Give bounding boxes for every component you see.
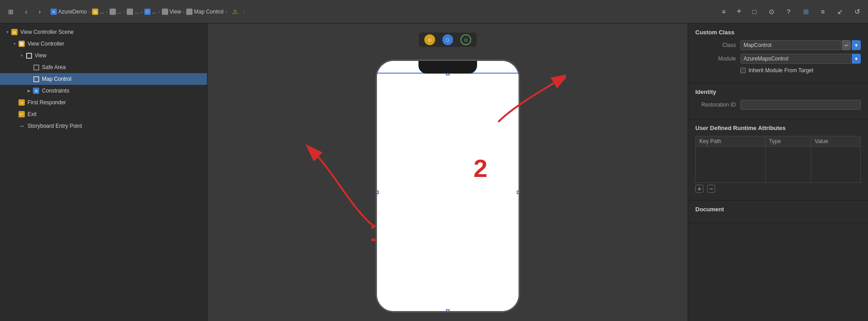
- breadcrumb-folder[interactable]: ▤ ...: [92, 9, 104, 15]
- col-value: Value: [811, 136, 860, 147]
- class-arrow-btn[interactable]: ↩: [842, 40, 851, 50]
- col-key-path: Key Path: [696, 136, 766, 147]
- tree-item-vc[interactable]: ▾ ⬜ View Controller: [0, 38, 207, 50]
- breadcrumb-view[interactable]: View: [162, 9, 181, 15]
- disclosure-view[interactable]: ▾: [18, 52, 25, 59]
- menu-button[interactable]: ≡: [717, 5, 730, 18]
- inspector-button[interactable]: ⊞: [799, 5, 812, 18]
- view-box-icon: [25, 52, 32, 59]
- class-input[interactable]: [740, 40, 841, 50]
- attr-footer: + −: [695, 183, 861, 195]
- custom-class-section: Custom Class Class ↩ ▼ Module ▼: [688, 23, 868, 83]
- module-row: Module ▼: [695, 54, 861, 64]
- inherit-checkbox[interactable]: [740, 68, 746, 73]
- tree-item-first-responder[interactable]: ▾ ⊙ First Responder: [0, 97, 207, 108]
- azuredemo-icon: A: [51, 9, 57, 15]
- nav-forward-button[interactable]: ›: [33, 5, 46, 18]
- map-control-label: Map Control: [42, 76, 71, 82]
- doc2-icon: [127, 9, 133, 15]
- main-content: ▾ ▤ View Controller Scene ▾ ⬜ View Contr…: [0, 23, 868, 321]
- canvas-tool-1[interactable]: ⊙: [424, 34, 435, 45]
- view-icon: [162, 9, 168, 15]
- nav-buttons: ‹ ›: [20, 5, 46, 18]
- tree-item-entry-point[interactable]: ▾ → Storyboard Entry Point: [0, 120, 207, 132]
- vc-scene-label: View Controller Scene: [20, 29, 74, 35]
- warning-button[interactable]: ⚠: [229, 5, 241, 18]
- class-row: Class ↩ ▼: [695, 40, 861, 50]
- breadcrumb-azuredemo[interactable]: A AzureDemo: [51, 9, 87, 15]
- class-dropdown-btn[interactable]: ▼: [852, 40, 861, 50]
- vc-icon: ⬜: [18, 40, 25, 47]
- entry-point-label: Storyboard Entry Point: [28, 123, 82, 129]
- disclosure-vc-scene[interactable]: ▾: [4, 28, 11, 36]
- add-attr-button[interactable]: +: [695, 185, 703, 193]
- breadcrumb-doc2[interactable]: ...: [127, 9, 139, 15]
- phone-screen: [377, 61, 519, 311]
- exit-icon: ↩: [18, 111, 25, 118]
- module-input[interactable]: [740, 54, 851, 64]
- document-outline: ▾ ▤ View Controller Scene ▾ ⬜ View Contr…: [0, 23, 207, 321]
- layout-button[interactable]: ↙: [834, 5, 846, 18]
- attr-table-empty-row: [696, 147, 861, 183]
- tree-item-constraints[interactable]: ▶ ⊞ Constraints: [0, 85, 207, 97]
- first-responder-label: First Responder: [28, 99, 66, 106]
- folder-icon: ▤: [92, 9, 98, 15]
- restoration-id-label: Restoration ID: [695, 102, 736, 108]
- phone-mockup: [376, 60, 520, 312]
- disclosure-vc[interactable]: ▾: [11, 40, 18, 47]
- user-defined-section: User Defined Runtime Attributes Key Path…: [688, 119, 868, 200]
- module-dropdown-btn[interactable]: ▼: [852, 54, 861, 64]
- view-label: View: [35, 52, 46, 59]
- restoration-id-input[interactable]: [740, 100, 861, 110]
- breadcrumb-map-control[interactable]: Map Control: [186, 9, 223, 15]
- canvas-tool-3[interactable]: ⊞: [460, 34, 471, 45]
- nav-back-button[interactable]: ‹: [20, 5, 32, 18]
- tree-item-exit[interactable]: ▾ ↩ Exit: [0, 108, 207, 120]
- help-button[interactable]: ?: [782, 5, 795, 18]
- document-section: Document: [688, 200, 868, 223]
- new-file-button[interactable]: □: [748, 5, 761, 18]
- right-panel: 2 Custom Class Class ↩ ▼ Module ▼: [688, 23, 868, 321]
- constraints-label: Constraints: [42, 88, 69, 94]
- refresh-button[interactable]: ↺: [851, 5, 863, 18]
- breadcrumb-storyboard[interactable]: ⬡ ...: [144, 9, 156, 15]
- custom-class-title: Custom Class: [695, 29, 861, 36]
- safe-area-label: Safe Area: [42, 64, 66, 70]
- tree-item-map-control[interactable]: ▾ Map Control: [0, 73, 207, 85]
- breadcrumb-label-azuredemo: AzureDemo: [58, 9, 87, 15]
- tree-item-safe-area[interactable]: ▾ Safe Area: [0, 61, 207, 73]
- module-input-group: ▼: [740, 54, 861, 64]
- identity-section: Identity Restoration ID: [688, 83, 868, 119]
- entry-point-icon: →: [18, 122, 25, 130]
- safe-area-icon: [32, 64, 40, 71]
- tree-item-view[interactable]: ▾ View: [0, 50, 207, 61]
- class-label: Class: [695, 42, 736, 48]
- inherit-checkbox-row: Inherit Module From Target: [695, 67, 861, 74]
- restoration-id-row: Restoration ID: [695, 100, 861, 110]
- filter-button[interactable]: ≡: [817, 5, 829, 18]
- folder-icon: ▤: [11, 28, 18, 36]
- constraints-icon: ⊞: [32, 87, 40, 94]
- storyboard-icon: ⬡: [144, 9, 151, 15]
- canvas-tool-2[interactable]: ⬡: [442, 34, 453, 45]
- add-button[interactable]: +: [733, 5, 745, 18]
- tree-item-vc-scene[interactable]: ▾ ▤ View Controller Scene: [0, 26, 207, 38]
- class-input-group: ↩ ▼: [740, 40, 861, 50]
- mapcontrol-bc-icon: [186, 9, 193, 15]
- phone-notch: [418, 61, 477, 74]
- exit-label: Exit: [28, 111, 37, 117]
- attr-table: Key Path Type Value: [695, 136, 861, 183]
- doc1-icon: [110, 9, 116, 15]
- history-button[interactable]: ⊙: [765, 5, 778, 18]
- canvas-area: 1 ⊙ ⬡ ⊞: [207, 23, 688, 321]
- vc-label: View Controller: [28, 41, 64, 47]
- arrow-1: [298, 127, 388, 233]
- breadcrumb: A AzureDemo › ▤ ... › ... › ... › ⬡ ... …: [51, 5, 715, 18]
- identity-title: Identity: [695, 88, 861, 95]
- breadcrumb-doc1[interactable]: ...: [110, 9, 122, 15]
- grid-view-button[interactable]: ⊞: [5, 5, 17, 18]
- canvas-toolbar: ⊙ ⬡ ⊞: [419, 33, 477, 47]
- disclosure-constraints[interactable]: ▶: [25, 87, 32, 94]
- map-control-icon: [32, 75, 40, 83]
- remove-attr-button[interactable]: −: [707, 185, 715, 193]
